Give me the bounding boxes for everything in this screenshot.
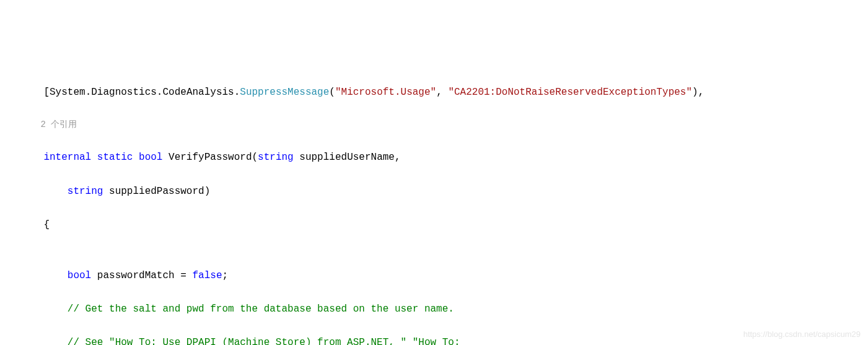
code-editor[interactable]: [System.Diagnostics.CodeAnalysis.Suppres… [0, 68, 868, 345]
code-line-2: internal static bool VerifyPassword(stri… [20, 149, 868, 166]
code-line-4: { [20, 217, 868, 234]
code-comment-1: // Get the salt and pwd from the databas… [20, 301, 868, 318]
codelens-references[interactable]: 2 个引用 [20, 118, 868, 133]
code-line-3: string suppliedPassword) [20, 183, 868, 200]
code-line-6: bool passwordMatch = false; [20, 268, 868, 284]
code-line-1: [System.Diagnostics.CodeAnalysis.Suppres… [20, 84, 868, 101]
code-comment-2: // See "How To: Use DPAPI (Machine Store… [20, 334, 868, 345]
